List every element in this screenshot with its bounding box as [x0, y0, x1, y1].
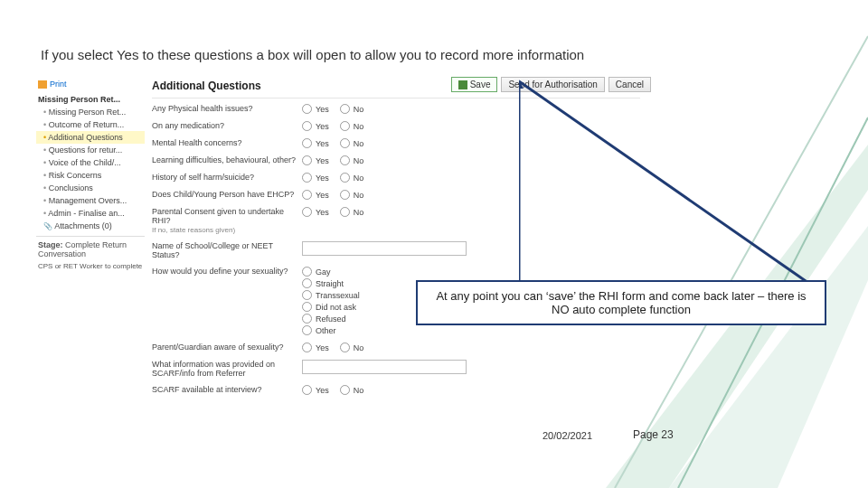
radio-icon: [340, 207, 350, 217]
app-screenshot: Save Send for Authorisation Cancel Print…: [36, 77, 651, 420]
radio-icon: [302, 267, 312, 277]
radio-no[interactable]: No: [340, 207, 364, 217]
radio-icon: [302, 314, 312, 324]
sidebar-item-risk[interactable]: Risk Concerns: [36, 169, 145, 182]
radio-yes[interactable]: Yes: [302, 138, 329, 148]
svg-line-2: [615, 36, 868, 488]
radio-icon: [340, 173, 350, 183]
sidebar-heading: Missing Person Ret...: [36, 91, 145, 106]
sidebar-item-questions-return[interactable]: Questions for retur...: [36, 144, 145, 156]
question-selfharm: History of self harm/suicide? Yes No: [152, 173, 640, 183]
radio-icon: [340, 138, 350, 148]
save-button[interactable]: Save: [451, 77, 498, 92]
sidebar-item-admin[interactable]: Admin - Finalise an...: [36, 207, 145, 220]
question-scarf-info: What information was provided on SCARF/i…: [152, 360, 640, 378]
radio-icon: [340, 190, 350, 200]
radio-yes[interactable]: Yes: [302, 155, 329, 165]
radio-icon: [340, 121, 350, 131]
radio-icon: [302, 138, 312, 148]
question-physical-health: Any Physical health issues? Yes No: [152, 104, 640, 114]
school-input[interactable]: [302, 241, 467, 256]
question-mental-health: Mental Health concerns? Yes No: [152, 138, 640, 148]
radio-icon: [302, 207, 312, 217]
radio-icon: [302, 104, 312, 114]
scarf-info-input[interactable]: [302, 360, 467, 374]
radio-icon: [340, 155, 350, 165]
question-school: Name of School/College or NEET Status?: [152, 241, 640, 259]
radio-no[interactable]: No: [340, 343, 364, 352]
question-scarf-interview: SCARF available at interview? Yes No: [152, 385, 640, 395]
question-ehcp: Does Child/Young Person have EHCP? Yes N…: [152, 190, 640, 200]
radio-yes[interactable]: Yes: [302, 173, 329, 183]
radio-no[interactable]: No: [340, 104, 364, 114]
radio-gay[interactable]: Gay: [302, 267, 360, 277]
radio-icon: [302, 155, 312, 165]
radio-yes[interactable]: Yes: [302, 190, 329, 200]
radio-yes[interactable]: Yes: [302, 121, 329, 131]
question-medication: On any medication? Yes No: [152, 121, 640, 131]
form-area: Additional Questions Any Physical health…: [152, 77, 640, 402]
radio-straight[interactable]: Straight: [302, 278, 360, 288]
radio-yes[interactable]: Yes: [302, 343, 329, 352]
radio-icon: [302, 302, 312, 312]
slide-title: If you select Yes to these questions a b…: [41, 47, 584, 62]
radio-transsexual[interactable]: Transsexual: [302, 290, 360, 300]
footer-page: Page 23: [633, 428, 674, 441]
radio-no[interactable]: No: [340, 121, 364, 131]
sidebar-item-conclusions[interactable]: Conclusions: [36, 182, 145, 194]
radio-did-not-ask[interactable]: Did not ask: [302, 302, 360, 312]
radio-icon: [302, 190, 312, 200]
radio-icon: [302, 290, 312, 300]
footer-date: 20/02/2021: [542, 430, 592, 441]
save-icon: [458, 80, 467, 89]
sidebar-item-voice-child[interactable]: Voice of the Child/...: [36, 156, 145, 169]
radio-no[interactable]: No: [340, 155, 364, 165]
radio-icon: [302, 385, 312, 395]
callout-note: At any point you can ‘save’ the RHI form…: [416, 280, 826, 325]
radio-refused[interactable]: Refused: [302, 314, 360, 324]
radio-no[interactable]: No: [340, 385, 364, 395]
radio-yes[interactable]: Yes: [302, 207, 329, 217]
question-parent-aware: Parent/Guardian aware of sexuality? Yes …: [152, 343, 640, 352]
radio-icon: [302, 343, 312, 352]
sidebar-item-outcome[interactable]: Outcome of Return...: [36, 118, 145, 131]
radio-yes[interactable]: Yes: [302, 385, 329, 395]
radio-yes[interactable]: Yes: [302, 104, 329, 114]
radio-icon: [302, 121, 312, 131]
radio-icon: [302, 173, 312, 183]
radio-icon: [302, 278, 312, 288]
print-icon: [38, 80, 47, 89]
cancel-button[interactable]: Cancel: [609, 77, 651, 92]
sidebar: Print Missing Person Ret... Missing Pers…: [36, 77, 145, 274]
sidebar-item-management[interactable]: Management Overs...: [36, 194, 145, 207]
print-link[interactable]: Print: [36, 77, 145, 91]
sidebar-item-missing-person[interactable]: Missing Person Ret...: [36, 106, 145, 118]
slide: If you select Yes to these questions a b…: [0, 0, 868, 488]
radio-no[interactable]: No: [340, 138, 364, 148]
sidebar-item-additional-questions[interactable]: Additional Questions: [36, 131, 145, 144]
radio-icon: [340, 343, 350, 352]
radio-other[interactable]: Other: [302, 325, 360, 335]
question-parental-consent: Parental Consent given to undertake RHI?…: [152, 207, 640, 234]
radio-icon: [302, 325, 312, 335]
radio-no[interactable]: No: [340, 173, 364, 183]
sidebar-item-attachments[interactable]: Attachments (0): [36, 220, 145, 232]
svg-marker-0: [669, 226, 868, 488]
radio-no[interactable]: No: [340, 190, 364, 200]
send-authorisation-button[interactable]: Send for Authorisation: [501, 77, 604, 92]
radio-icon: [340, 385, 350, 395]
toolbar: Save Send for Authorisation Cancel: [451, 77, 651, 92]
question-learning: Learning difficulties, behavioural, othe…: [152, 155, 640, 165]
stage-info: Stage: Complete Return Conversation CPS …: [36, 236, 145, 274]
radio-icon: [340, 104, 350, 114]
